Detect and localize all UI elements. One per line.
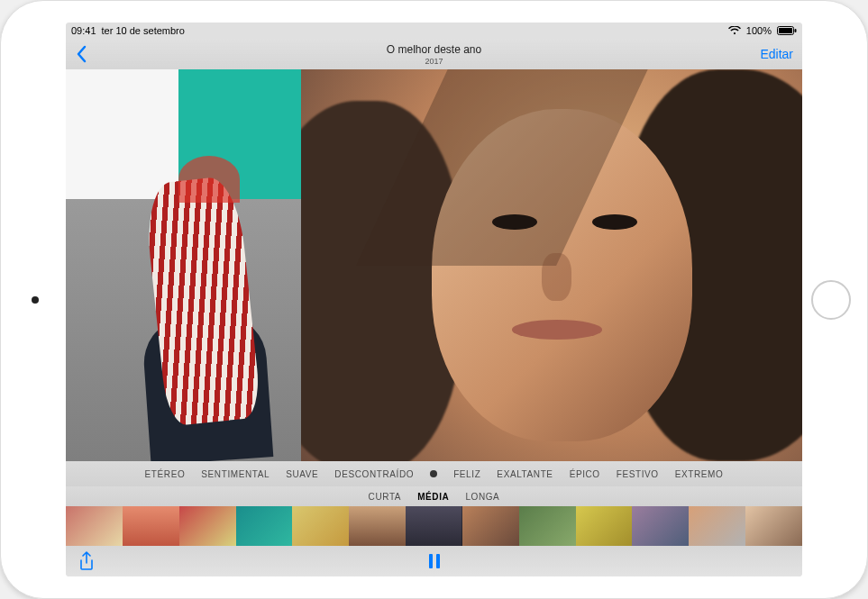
- svg-rect-1: [779, 28, 792, 33]
- mood-selector[interactable]: ETÉREOSENTIMENTALSUAVEDESCONTRAÍDOFELIZE…: [66, 461, 802, 486]
- bottom-toolbar: [66, 546, 802, 576]
- status-bar: 09:41 ter 10 de setembro 100%: [66, 23, 802, 39]
- memory-subtitle: 2017: [66, 57, 802, 66]
- mood-option-feliz[interactable]: FELIZ: [453, 469, 480, 479]
- device-camera: [32, 296, 39, 304]
- slideshow-photo-right: [301, 69, 802, 461]
- svg-rect-4: [436, 554, 440, 568]
- thumbnail[interactable]: [462, 506, 519, 546]
- thumbnail[interactable]: [406, 506, 462, 546]
- nav-bar: O melhor deste ano 2017 Editar: [66, 39, 802, 69]
- thumbnail-strip[interactable]: [66, 506, 802, 546]
- mood-option-sentimental[interactable]: SENTIMENTAL: [201, 469, 270, 479]
- mood-option-etéreo[interactable]: ETÉREO: [145, 469, 186, 479]
- battery-icon: [777, 26, 797, 35]
- thumbnail[interactable]: [745, 506, 802, 546]
- mood-option-exaltante[interactable]: EXALTANTE: [497, 469, 553, 479]
- thumbnail[interactable]: [292, 506, 349, 546]
- mood-option-épico[interactable]: ÉPICO: [570, 469, 600, 479]
- nav-title-group: O melhor deste ano 2017: [66, 43, 802, 66]
- thumbnail[interactable]: [123, 506, 179, 546]
- thumbnail[interactable]: [576, 506, 633, 546]
- length-option-curta[interactable]: CURTA: [369, 492, 402, 502]
- mood-option-extremo[interactable]: EXTREMO: [675, 469, 724, 479]
- length-option-longa[interactable]: LONGA: [465, 492, 499, 502]
- status-battery: 100%: [746, 25, 772, 36]
- ipad-device-frame: 09:41 ter 10 de setembro 100% O melhor d…: [0, 0, 868, 599]
- svg-rect-2: [795, 29, 797, 32]
- wifi-icon: [728, 26, 741, 35]
- svg-rect-3: [429, 554, 433, 568]
- status-time: 09:41: [71, 25, 96, 36]
- length-option-média[interactable]: MÉDIA: [417, 492, 449, 502]
- memory-title: O melhor deste ano: [66, 43, 802, 56]
- length-selector[interactable]: CURTAMÉDIALONGA: [66, 486, 802, 506]
- mood-option-descontraído[interactable]: DESCONTRAÍDO: [334, 469, 414, 479]
- thumbnail[interactable]: [236, 506, 293, 546]
- mood-option-festivo[interactable]: FESTIVO: [617, 469, 659, 479]
- back-button[interactable]: [75, 45, 87, 63]
- mood-indicator-dot: [430, 470, 437, 477]
- home-button[interactable]: [811, 280, 851, 320]
- thumbnail[interactable]: [66, 506, 123, 546]
- thumbnail[interactable]: [349, 506, 406, 546]
- thumbnail[interactable]: [689, 506, 745, 546]
- slideshow-photo-left: [66, 69, 301, 461]
- edit-button[interactable]: Editar: [760, 47, 793, 61]
- pause-button[interactable]: [428, 554, 441, 568]
- status-date: ter 10 de setembro: [102, 25, 185, 36]
- screen: 09:41 ter 10 de setembro 100% O melhor d…: [66, 23, 802, 576]
- mood-option-suave[interactable]: SUAVE: [286, 469, 318, 479]
- slideshow-viewport[interactable]: [66, 69, 802, 461]
- share-button[interactable]: [78, 551, 95, 571]
- thumbnail[interactable]: [179, 506, 236, 546]
- thumbnail[interactable]: [632, 506, 689, 546]
- thumbnail[interactable]: [519, 506, 576, 546]
